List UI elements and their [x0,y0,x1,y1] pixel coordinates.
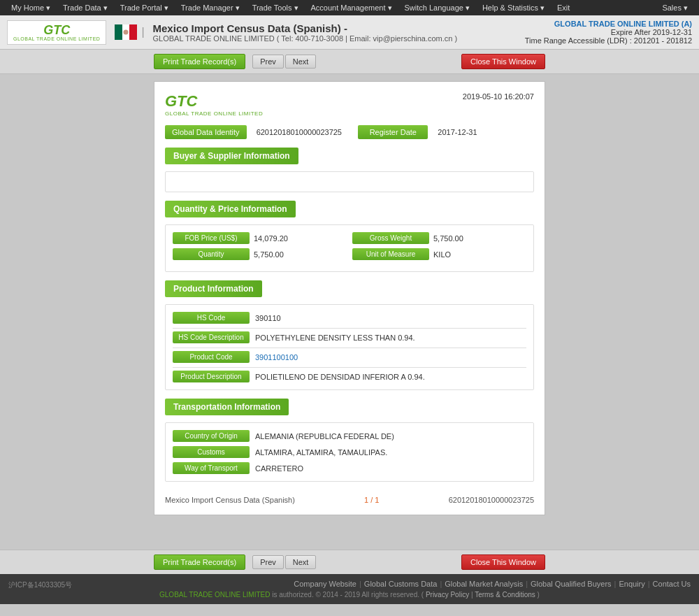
record-logo-sub: GLOBAL TRADE ONLINE LIMITED [165,110,263,117]
nav-exit[interactable]: Exit [552,1,575,14]
way-of-transport-label: Way of Transport [173,462,250,474]
terms-conditions-link[interactable]: Terms & Conditions [475,591,535,599]
unit-of-measure-value: KILO [433,250,526,259]
header-bar: GTC GLOBAL TRADE ONLINE LIMITED | Mexico… [0,15,699,50]
quantity-price-header: Quantity & Price Information [165,201,296,217]
global-qualified-buyers-link[interactable]: Global Qualified Buyers [531,580,612,588]
logo-subtext: GLOBAL TRADE ONLINE LIMITED [13,36,100,41]
enquiry-link[interactable]: Enquiry [619,580,644,588]
transportation-content: Country of Origin ALEMANIA (REPUBLICA FE… [165,422,534,482]
nav-trade-data[interactable]: Trade Data ▾ [57,1,113,15]
footer-bottom: GLOBAL TRADE ONLINE LIMITED is authorize… [8,591,691,599]
nav-my-home[interactable]: My Home ▾ [6,1,56,15]
nav-help-statistics[interactable]: Help & Statistics ▾ [477,1,550,15]
product-code-value: 3901100100 [255,353,526,361]
svg-rect-2 [129,24,137,40]
print-button[interactable]: Print Trade Record(s) [154,54,245,69]
icp-number: 沪ICP备14033305号 [8,580,72,590]
nav-sales[interactable]: Sales ▾ [656,1,693,15]
bottom-print-button[interactable]: Print Trade Record(s) [154,554,245,570]
prev-button[interactable]: Prev [252,55,284,69]
footer-top-row: 沪ICP备14033305号 Company Website | Global … [8,580,691,591]
buyer-supplier-content [165,171,534,192]
product-content: HS Code 390110 HS Code Description POLYE… [165,304,534,390]
page-indicator: 1 / 1 [364,496,379,504]
quantity-label: Quantity [173,248,250,260]
logo-text: GTC [43,24,70,36]
product-code-label: Product Code [173,351,250,363]
svg-point-3 [124,30,129,35]
country-of-origin-value: ALEMANIA (REPUBLICA FEDERAL DE) [255,432,526,440]
nav-trade-tools[interactable]: Trade Tools ▾ [247,1,304,15]
fob-price-label: FOB Price (US$) [173,232,250,244]
buyer-supplier-header: Buyer & Supplier Information [165,148,298,164]
hs-code-desc-label: HS Code Description [173,331,250,343]
bottom-close-window-button[interactable]: Close This Window [461,554,545,570]
next-button[interactable]: Next [285,55,317,69]
privacy-policy-link[interactable]: Privacy Policy [426,591,469,599]
uom-col: Unit of Measure KILO [352,248,526,260]
country-of-origin-row: Country of Origin ALEMANIA (REPUBLICA FE… [173,430,526,442]
record-logo: GTC GLOBAL TRADE ONLINE LIMITED [165,92,263,117]
mexico-flag-icon [115,24,137,40]
unit-of-measure-label: Unit of Measure [352,248,429,260]
quantity-value: 5,750.00 [254,250,347,259]
fob-price-col: FOB Price (US$) 14,079.20 [173,232,347,244]
product-header: Product Information [165,280,262,297]
account-name: GLOBAL TRADE ONLINE LIMITED (A) [525,20,692,28]
divider [173,328,526,329]
bottom-nav-buttons: Prev Next [252,555,316,569]
footer-copyright: is authorized. © 2014 - 2019 All rights … [272,591,426,599]
nav-trade-manager[interactable]: Trade Manager ▾ [175,1,245,15]
top-toolbar: Print Trade Record(s) Prev Next Close Th… [0,50,699,74]
expire-date: Expire After 2019-12-31 [525,28,692,36]
record-header: GTC GLOBAL TRADE ONLINE LIMITED 2019-05-… [165,92,534,117]
bottom-prev-button[interactable]: Prev [252,555,284,569]
record-footer: Mexico Import Census Data (Spanish) 1 / … [165,490,534,504]
nav-account-management[interactable]: Account Management ▾ [305,1,398,15]
fob-price-value: 14,079.20 [254,234,347,243]
hs-code-desc-row: HS Code Description POLYETHYLENE DENSITY… [173,331,526,343]
bottom-next-button[interactable]: Next [285,555,317,569]
page-title-area: Mexico Import Census Data (Spanish) - GL… [153,22,517,43]
svg-rect-0 [115,24,122,40]
hs-code-label: HS Code [173,312,250,324]
hs-code-desc-value: POLYETHYLENE DENSITY LESS THAN 0.94. [255,334,526,342]
nav-buttons: Prev Next [252,55,316,69]
gross-weight-label: Gross Weight [352,232,429,244]
company-website-link[interactable]: Company Website [294,580,356,588]
record-name: Mexico Import Census Data (Spanish) [165,496,295,504]
contact-us-link[interactable]: Contact Us [653,580,691,588]
fob-gross-row: FOB Price (US$) 14,079.20 Gross Weight 5… [173,232,526,244]
page-subtitle: GLOBAL TRADE ONLINE LIMITED ( Tel: 400-7… [153,34,517,43]
logo-area: GTC GLOBAL TRADE ONLINE LIMITED [7,20,106,45]
customs-value: ALTAMIRA, ALTAMIRA, TAMAULIPAS. [255,448,526,457]
global-data-identity-label: Global Data Identity [165,125,247,139]
hs-code-row: HS Code 390110 [173,312,526,324]
nav-switch-language[interactable]: Switch Language ▾ [399,1,475,15]
product-desc-label: Product Description [173,371,250,382]
divider [173,367,526,368]
page-footer: 沪ICP备14033305号 Company Website | Global … [0,574,699,604]
product-desc-value: POLIETILENO DE DENSIDAD INFERIOR A 0.94. [255,373,526,381]
global-market-analysis-link[interactable]: Global Market Analysis [445,580,523,588]
account-info: GLOBAL TRADE ONLINE LIMITED (A) Expire A… [525,20,692,45]
product-code-row: Product Code 3901100100 [173,351,526,363]
record-card: GTC GLOBAL TRADE ONLINE LIMITED 2019-05-… [154,81,545,515]
page-title: Mexico Import Census Data (Spanish) - [153,22,517,34]
customs-label: Customs [173,446,250,458]
nav-items: My Home ▾ Trade Data ▾ Trade Portal ▾ Tr… [6,1,575,15]
nav-trade-portal[interactable]: Trade Portal ▾ [115,1,174,15]
close-window-button[interactable]: Close This Window [461,54,545,69]
global-data-identity-value: 62012018010000023725 [252,126,353,138]
quantity-price-content: FOB Price (US$) 14,079.20 Gross Weight 5… [165,224,534,272]
record-id: 62012018010000023725 [449,496,534,504]
footer-end: ) [538,591,540,599]
product-desc-row: Product Description POLIETILENO DE DENSI… [173,371,526,382]
country-of-origin-label: Country of Origin [173,430,250,442]
global-customs-data-link[interactable]: Global Customs Data [364,580,438,588]
transportation-header: Transportation Information [165,399,289,415]
quantity-col: Quantity 5,750.00 [173,248,347,260]
transportation-section: Transportation Information Country of Or… [165,399,534,482]
flag-area: | [115,24,144,40]
